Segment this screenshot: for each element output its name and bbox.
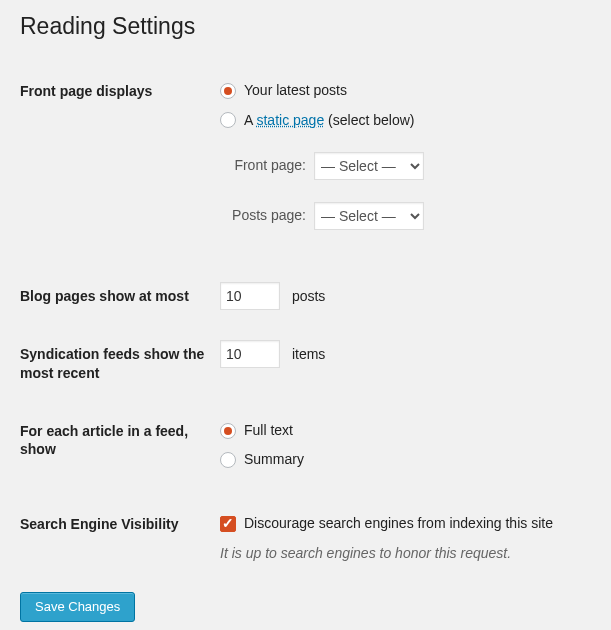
radio-latest-posts[interactable] [220,83,236,99]
radio-label-summary[interactable]: Summary [244,450,304,470]
submit-row: Save Changes [20,592,591,622]
label-feed-article-show: For each article in a feed, show [20,402,220,495]
radio-label-full-text[interactable]: Full text [244,421,293,441]
label-syndication-feeds: Syndication feeds show the most recent [20,325,220,401]
label-blog-pages-show: Blog pages show at most [20,267,220,325]
posts-page-select[interactable]: — Select — [314,202,424,230]
row-search-visibility: Search Engine Visibility Discourage sear… [20,495,591,578]
posts-page-select-label: Posts page: [220,206,314,226]
input-posts-per-page[interactable] [220,282,280,310]
checkbox-discourage-search[interactable] [220,516,236,532]
page-title: Reading Settings [20,4,591,44]
front-page-select-row: Front page: — Select — [220,152,581,180]
checkbox-label-discourage-search[interactable]: Discourage search engines from indexing … [244,514,553,534]
row-front-page-displays: Front page displays Your latest posts A … [20,62,591,267]
settings-page: Reading Settings Front page displays You… [0,0,611,630]
row-syndication-feeds: Syndication feeds show the most recent i… [20,325,591,401]
radio-row-summary: Summary [220,450,581,470]
static-prefix: A [244,112,256,128]
radio-full-text[interactable] [220,423,236,439]
row-blog-pages-show: Blog pages show at most posts [20,267,591,325]
label-search-visibility: Search Engine Visibility [20,495,220,578]
radio-row-static-page: A static page (select below) [220,111,581,131]
radio-label-static-page[interactable]: A static page (select below) [244,111,414,131]
front-page-select-label: Front page: [220,156,314,176]
posts-page-select-row: Posts page: — Select — [220,202,581,230]
radio-static-page[interactable] [220,112,236,128]
row-feed-article-show: For each article in a feed, show Full te… [20,402,591,495]
radio-row-full-text: Full text [220,421,581,441]
static-page-selects: Front page: — Select — Posts page: — Sel… [220,152,581,230]
search-visibility-description: It is up to search engines to honor this… [220,544,581,564]
input-syndication-items[interactable] [220,340,280,368]
static-suffix: (select below) [324,112,414,128]
label-front-page-displays: Front page displays [20,62,220,267]
save-changes-button[interactable]: Save Changes [20,592,135,622]
front-page-select[interactable]: — Select — [314,152,424,180]
radio-label-latest-posts[interactable]: Your latest posts [244,81,347,101]
settings-form: Front page displays Your latest posts A … [20,62,591,578]
static-page-link[interactable]: static page [256,112,324,128]
checkbox-row-discourage: Discourage search engines from indexing … [220,514,581,534]
suffix-posts: posts [292,288,325,304]
suffix-items: items [292,346,325,362]
radio-summary[interactable] [220,452,236,468]
radio-row-latest-posts: Your latest posts [220,81,581,101]
